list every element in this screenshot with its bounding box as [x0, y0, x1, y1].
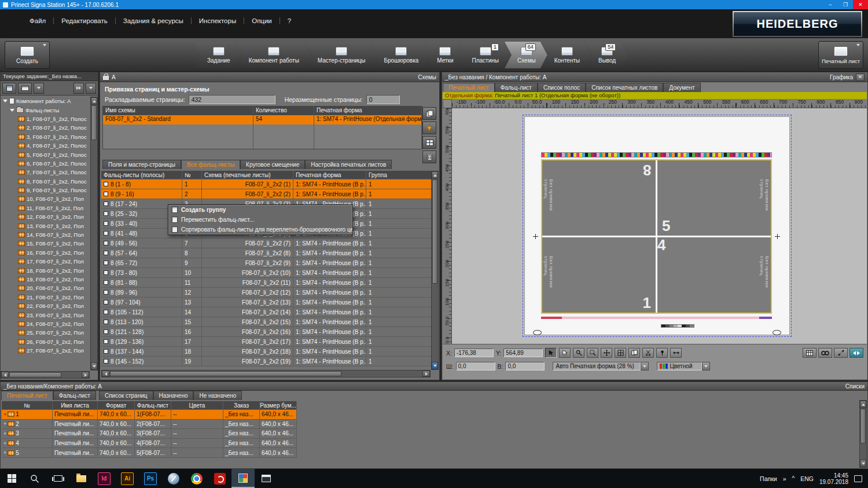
pan-tool-button[interactable] [601, 348, 612, 358]
tree-options-button[interactable] [34, 83, 44, 94]
tab[interactable]: Не назначено [193, 391, 242, 400]
fold-sheet-row[interactable]: 8 (1 - 8) 1 F08-07_li_2x2 (1) 1: SM74 - … [101, 179, 432, 189]
zoom-area-tool-button[interactable] [587, 348, 598, 358]
row-checkbox[interactable] [104, 251, 108, 255]
scroll-up-button[interactable] [91, 97, 97, 105]
scroll-down-button[interactable] [860, 460, 866, 467]
scrollbar-thumb[interactable] [432, 179, 437, 284]
page-placeholder[interactable]: 4 Без привязки страниц [657, 237, 771, 313]
indesign-button[interactable]: Id [93, 469, 116, 488]
tree-item-fold-sheet[interactable]: 26, F08-07_li_2x2, Пол [1, 337, 90, 346]
photoshop-button[interactable]: Ps [139, 469, 162, 488]
workflow-step[interactable]: Задание [194, 42, 242, 68]
workflow-step[interactable]: Компонент работы [236, 42, 311, 68]
workflow-step[interactable]: Брошюровка [372, 42, 431, 68]
tab[interactable]: Печатный лист [443, 83, 495, 92]
signa-station-button[interactable] [231, 469, 255, 488]
workflow-step[interactable]: Контенты [542, 42, 591, 68]
link-view-button[interactable] [818, 348, 832, 358]
scroll-right-button[interactable] [82, 372, 89, 378]
color-mode-select[interactable]: Цветной [657, 362, 710, 370]
sheet-pages-button[interactable] [628, 348, 640, 358]
tree-item-fold-sheet[interactable]: 4, F08-07_li_2x2, Полос [1, 141, 90, 150]
update-schema-button[interactable] [422, 122, 436, 134]
zoom-value[interactable]: Авто Печатная форма (28 %) [553, 362, 641, 370]
column-header[interactable]: Размер бум... [260, 401, 297, 409]
color-dropdown-button[interactable] [702, 362, 710, 370]
chrome-button[interactable] [185, 469, 208, 488]
row-checkbox[interactable] [104, 211, 108, 216]
tree-item-fold-sheet[interactable]: 13, F08-07_li_2x2, Пол [1, 221, 90, 230]
preview-canvas[interactable]: 8 Без привязки страниц 5 Без привязки ст… [452, 108, 867, 344]
tree-item-fold-sheet[interactable]: 12, F08-07_li_2x2, Пол [1, 212, 90, 221]
tab[interactable]: Круговое смещение [240, 160, 305, 169]
duplicate-schema-button[interactable] [422, 107, 436, 120]
direct-select-tool-button[interactable] [559, 348, 571, 358]
menu-item[interactable]: Задания & ресурсы [116, 17, 192, 24]
fold-sheet-row[interactable]: 8 (81 - 88) 11 F08-07_li_2x2 (11) 1: SM7… [101, 278, 432, 288]
create-button[interactable]: Создать [5, 41, 50, 69]
workflow-step[interactable]: Вывод 54 [586, 42, 627, 68]
row-checkbox[interactable] [104, 290, 108, 295]
scroll-up-button[interactable] [860, 401, 866, 408]
row-checkbox[interactable] [104, 192, 108, 196]
tab[interactable]: Поля и мастер-страницы [102, 160, 181, 169]
row-checkbox[interactable] [104, 221, 108, 226]
scroll-left-button[interactable] [1, 372, 9, 378]
row-checkbox[interactable] [104, 241, 108, 245]
expand-plus-icon[interactable]: + [3, 412, 6, 417]
row-checkbox[interactable] [104, 260, 108, 265]
tree-item-fold-sheet[interactable]: 24, F08-07_li_2x2, Пол [1, 320, 90, 328]
tree-item-fold-sheet[interactable]: 9, F08-07_li_2x2, Полос [1, 186, 90, 195]
forward-button[interactable] [73, 83, 84, 94]
lists-vertical-scrollbar[interactable] [859, 400, 867, 468]
start-button[interactable] [0, 469, 23, 488]
row-checkbox[interactable] [104, 182, 108, 186]
column-header[interactable]: № [2, 401, 53, 409]
scrollbar-thumb[interactable] [91, 105, 97, 140]
tree-item-fold-sheet[interactable]: 23, F08-07_li_2x2, Пол [1, 310, 90, 319]
row-checkbox[interactable] [104, 320, 108, 324]
print-button[interactable] [18, 83, 32, 94]
tree-item-fold-sheet[interactable]: 2, F08-07_li_2x2, Полос [1, 123, 90, 132]
tab[interactable]: Список печатных листов [586, 83, 663, 92]
fold-sheet-row[interactable]: 8 (49 - 56) 7 F08-07_li_2x2 (7) 1: SM74 … [101, 239, 432, 248]
tree-item-fold-sheet[interactable]: 14, F08-07_li_2x2, Пол [1, 230, 90, 239]
expand-plus-icon[interactable]: + [3, 431, 6, 436]
width-field[interactable]: 0,0 [456, 362, 495, 370]
column-header[interactable]: Схема (печатные листы) [202, 171, 293, 179]
task-view-button[interactable] [46, 469, 69, 488]
tab[interactable]: Все фальц-листы [181, 160, 240, 169]
ruler-origin-box[interactable] [443, 99, 452, 108]
tab[interactable]: Фальц-лист [495, 83, 538, 92]
tree-item-fold-sheet[interactable]: 11, F08-07_li_2x2, Пол [1, 204, 90, 212]
sheet-row[interactable]: +3 Печатный ли... 740,0 x 60... 3(F08-07… [2, 429, 297, 439]
row-checkbox[interactable] [104, 329, 108, 334]
scrollbar-thumb[interactable] [9, 372, 61, 377]
menu-item[interactable]: Редактировать [54, 17, 115, 24]
scrollbar-thumb[interactable] [860, 409, 866, 443]
tree-item-fold-sheet[interactable]: 16, F08-07_li_2x2, Пол [1, 248, 90, 257]
tab[interactable]: Список страниц [99, 391, 153, 400]
row-checkbox[interactable] [104, 349, 108, 354]
row-checkbox[interactable] [104, 300, 108, 304]
height-field[interactable]: 0,0 [505, 362, 545, 370]
tab[interactable]: Документ [663, 83, 700, 92]
row-checkbox[interactable] [104, 201, 108, 206]
tree-item-fold-sheet[interactable]: 3, F08-07_li_2x2, Полос [1, 133, 90, 141]
tree-item-fold-sheet[interactable]: 8, F08-07_li_2x2, Полос [1, 177, 90, 186]
tree-horizontal-scrollbar[interactable] [1, 371, 90, 379]
clock[interactable]: 14:45 19.07.2018 [819, 472, 848, 485]
fold-sheet-row[interactable]: 8 (97 - 104) 13 F08-07_li_2x2 (13) 1: SM… [101, 298, 432, 307]
expand-plus-icon[interactable]: + [3, 421, 6, 427]
row-checkbox[interactable] [104, 359, 108, 364]
tree-item-fold-sheet[interactable]: 17, F08-07_li_2x2, Пол [1, 257, 90, 266]
row-checkbox[interactable] [104, 231, 108, 236]
fold-sheet-row[interactable]: 8 (129 - 136) 17 F08-07_li_2x2 (17) 1: S… [101, 337, 432, 347]
context-menu-item[interactable]: Переместить фальц-лист... [168, 215, 352, 225]
row-checkbox[interactable] [104, 310, 108, 314]
tree-root[interactable]: Компонент работы: А [1, 97, 90, 105]
expander-icon[interactable] [10, 109, 14, 112]
zoom-select[interactable]: Авто Печатная форма (28 %) [553, 362, 649, 370]
fold-sheet-row[interactable]: 8 (73 - 80) 10 F08-07_li_2x2 (10) 1: SM7… [101, 268, 432, 278]
